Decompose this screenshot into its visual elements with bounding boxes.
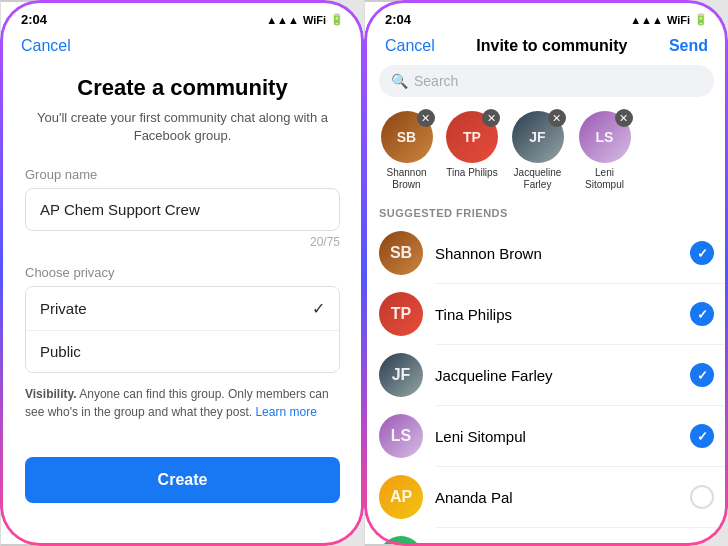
create-button[interactable]: Create [25, 457, 340, 503]
avatar-wrapper-tina: TP ✕ [446, 111, 498, 163]
friend-item-jacqueline[interactable]: JF Jacqueline Farley [365, 345, 728, 405]
friend-item-mohammad[interactable]: MH Mohammad Hosseini [365, 528, 728, 546]
status-icons-left: ▲▲▲ WiFi 🔋 [266, 13, 344, 26]
privacy-label: Choose privacy [25, 265, 340, 280]
selected-avatar-leni[interactable]: LS ✕ Leni Sitompul [577, 111, 632, 191]
remove-shannon-button[interactable]: ✕ [417, 109, 435, 127]
left-nav: Cancel [1, 32, 364, 65]
selected-name-tina: Tina Philips [446, 167, 497, 179]
cancel-button-left[interactable]: Cancel [21, 37, 71, 55]
selected-avatars-row: SB ✕ Shannon Brown TP ✕ Tina Philips [365, 107, 728, 201]
friend-name-ananda: Ananda Pal [435, 489, 678, 506]
select-jacqueline-check[interactable] [690, 363, 714, 387]
friend-name-tina: Tina Philips [435, 306, 678, 323]
remove-jacqueline-button[interactable]: ✕ [548, 109, 566, 127]
selected-avatar-jacqueline[interactable]: JF ✕ Jacqueline Farley [510, 111, 565, 191]
right-phone: 2:04 ▲▲▲ WiFi 🔋 Cancel Invite to communi… [364, 0, 728, 546]
left-phone-wrapper: 2:04 ▲▲▲ WiFi 🔋 Cancel Create a communit… [0, 0, 364, 546]
signal-icon-r: ▲▲▲ [630, 14, 663, 26]
battery-icon: 🔋 [330, 13, 344, 26]
status-time-left: 2:04 [21, 12, 47, 27]
selected-avatar-shannon[interactable]: SB ✕ Shannon Brown [379, 111, 434, 191]
friend-name-leni: Leni Sitompul [435, 428, 678, 445]
friend-name-shannon: Shannon Brown [435, 245, 678, 262]
cancel-button-right[interactable]: Cancel [385, 37, 435, 55]
right-header: Cancel Invite to community Send [365, 32, 728, 65]
status-time-right: 2:04 [385, 12, 411, 27]
friend-avatar-leni: LS [379, 414, 423, 458]
friend-item-tina[interactable]: TP Tina Philips [365, 284, 728, 344]
search-bar[interactable]: 🔍 Search [379, 65, 714, 97]
friend-list: SB Shannon Brown TP Tina Philips JF Jacq… [365, 223, 728, 546]
friend-item-ananda[interactable]: AP Ananda Pal [365, 467, 728, 527]
friend-item-shannon[interactable]: SB Shannon Brown [365, 223, 728, 283]
signal-icon: ▲▲▲ [266, 14, 299, 26]
privacy-options: Private ✓ Public [25, 286, 340, 373]
friend-item-leni[interactable]: LS Leni Sitompul [365, 406, 728, 466]
page-title: Create a community [25, 75, 340, 101]
privacy-option-private[interactable]: Private ✓ [26, 287, 339, 331]
group-name-label: Group name [25, 167, 340, 182]
search-icon: 🔍 [391, 73, 408, 89]
status-bar-left: 2:04 ▲▲▲ WiFi 🔋 [1, 2, 364, 32]
privacy-option-public[interactable]: Public [26, 331, 339, 372]
wifi-icon-r: WiFi [667, 14, 690, 26]
privacy-private-label: Private [40, 300, 87, 317]
suggested-friends-label: SUGGESTED FRIENDS [365, 201, 728, 223]
selected-name-shannon: Shannon Brown [379, 167, 434, 191]
privacy-check-mark: ✓ [312, 299, 325, 318]
send-button[interactable]: Send [669, 37, 708, 55]
subtitle-text: You'll create your first community chat … [25, 109, 340, 145]
learn-more-link[interactable]: Learn more [255, 405, 316, 419]
friend-avatar-ananda: AP [379, 475, 423, 519]
visibility-bold: Visibility. [25, 387, 77, 401]
selected-name-leni: Leni Sitompul [577, 167, 632, 191]
visibility-text: Visibility. Anyone can find this group. … [25, 385, 340, 421]
battery-icon-r: 🔋 [694, 13, 708, 26]
select-tina-check[interactable] [690, 302, 714, 326]
left-phone: 2:04 ▲▲▲ WiFi 🔋 Cancel Create a communit… [0, 0, 364, 546]
privacy-public-label: Public [40, 343, 81, 360]
selected-avatar-tina[interactable]: TP ✕ Tina Philips [446, 111, 498, 191]
char-count: 20/75 [25, 235, 340, 249]
selected-name-jacqueline: Jacqueline Farley [510, 167, 565, 191]
select-leni-check[interactable] [690, 424, 714, 448]
friend-avatar-mohammad: MH [379, 536, 423, 546]
friend-avatar-jacqueline: JF [379, 353, 423, 397]
search-placeholder: Search [414, 73, 458, 89]
remove-tina-button[interactable]: ✕ [482, 109, 500, 127]
right-phone-wrapper: 2:04 ▲▲▲ WiFi 🔋 Cancel Invite to communi… [364, 0, 728, 546]
wifi-icon: WiFi [303, 14, 326, 26]
friend-name-jacqueline: Jacqueline Farley [435, 367, 678, 384]
friend-avatar-tina: TP [379, 292, 423, 336]
select-ananda-check[interactable] [690, 485, 714, 509]
friend-avatar-shannon: SB [379, 231, 423, 275]
left-content: Create a community You'll create your fi… [1, 65, 364, 503]
group-name-input[interactable] [25, 188, 340, 231]
status-icons-right: ▲▲▲ WiFi 🔋 [630, 13, 708, 26]
select-shannon-check[interactable] [690, 241, 714, 265]
remove-leni-button[interactable]: ✕ [615, 109, 633, 127]
avatar-wrapper-jacqueline: JF ✕ [512, 111, 564, 163]
avatar-wrapper-shannon: SB ✕ [381, 111, 433, 163]
status-bar-right: 2:04 ▲▲▲ WiFi 🔋 [365, 2, 728, 32]
avatar-wrapper-leni: LS ✕ [579, 111, 631, 163]
invite-title: Invite to community [476, 37, 627, 55]
